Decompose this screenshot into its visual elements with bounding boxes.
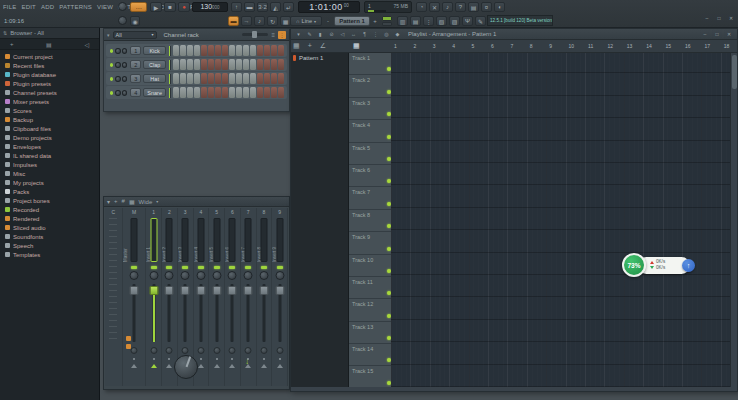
step-cell[interactable] <box>180 87 186 98</box>
browser-item-rendered[interactable]: Rendered <box>0 214 99 223</box>
shuffle-knob[interactable]: ◉ <box>130 16 140 26</box>
step-cell[interactable] <box>250 73 256 84</box>
fader-handle[interactable] <box>259 286 268 295</box>
channel-volume-knob[interactable] <box>122 62 127 68</box>
browser-item-plugin-database[interactable]: Plugin database <box>0 70 99 79</box>
main-pitch-knob[interactable] <box>118 16 127 25</box>
step-cell[interactable] <box>236 59 242 70</box>
step-edit-icon[interactable]: ♪ <box>254 16 265 26</box>
menu-arrow-icon[interactable]: ▾ <box>107 198 110 205</box>
overlay-action-button[interactable]: ↑ <box>682 259 695 272</box>
stereo-sep-knob[interactable] <box>245 347 252 354</box>
channel-select-button[interactable]: 2 <box>130 60 141 69</box>
menu-view[interactable]: VIEW <box>97 4 113 10</box>
playlist-track-track-15[interactable]: Track 15 <box>349 366 391 387</box>
pattern-minus-button[interactable]: - <box>324 16 332 26</box>
step-cell[interactable] <box>222 87 228 98</box>
step-cell[interactable] <box>278 45 284 56</box>
channel-pan-knob[interactable] <box>115 76 120 82</box>
playlist-track-track-14[interactable]: Track 14 <box>349 344 391 366</box>
step-cell[interactable] <box>271 45 277 56</box>
slice-tool-icon[interactable]: ¶ <box>360 30 369 38</box>
file-icon[interactable]: ▤ <box>46 41 52 48</box>
audio-target-icon[interactable] <box>131 364 137 368</box>
step-cell[interactable] <box>208 73 214 84</box>
strip-mute-led[interactable] <box>166 266 172 269</box>
step-cell[interactable] <box>264 45 270 56</box>
minimize-button[interactable]: – <box>702 14 712 22</box>
channel-mute-led[interactable] <box>110 77 113 81</box>
grid-icon[interactable]: ▦ <box>293 42 300 50</box>
mixer-strip-insert-5[interactable]: 5Insert 5 <box>209 208 225 386</box>
channel-rack-icon[interactable]: ⋮ <box>423 16 434 26</box>
stereo-sep-knob[interactable] <box>229 347 236 354</box>
step-record-icon[interactable]: ↑ <box>231 2 242 12</box>
step-cell[interactable] <box>264 87 270 98</box>
browser-item-channel-presets[interactable]: Channel presets <box>0 88 99 97</box>
strip-pan-knob[interactable] <box>196 271 205 280</box>
strip-pan-knob[interactable] <box>228 271 237 280</box>
mixer-strip-insert-6[interactable]: 6Insert 6 <box>225 208 241 386</box>
close-button[interactable]: ✕ <box>726 14 736 22</box>
menu-arrow-icon[interactable]: ▾ <box>294 30 303 38</box>
detach-icon[interactable]: + <box>114 198 118 205</box>
fader-handle[interactable] <box>130 286 139 295</box>
channel-filter-dropdown[interactable]: All▾ <box>113 31 157 39</box>
browser-item-demo-projects[interactable]: Demo projects <box>0 133 99 142</box>
step-cell[interactable] <box>243 87 249 98</box>
channel-pan-knob[interactable] <box>115 62 120 68</box>
step-cell[interactable] <box>250 87 256 98</box>
audio-target-icon[interactable] <box>214 364 220 368</box>
fader-handle[interactable] <box>244 286 253 295</box>
strip-mute-led[interactable] <box>229 266 235 269</box>
fx-slot-icon[interactable] <box>126 344 131 349</box>
channel-pan-knob[interactable] <box>115 48 120 54</box>
strip-pan-knob[interactable] <box>275 271 284 280</box>
typing-to-piano-icon[interactable]: ▬ <box>228 16 239 26</box>
strip-pan-knob[interactable] <box>165 271 174 280</box>
strip-pan-knob[interactable] <box>212 271 221 280</box>
step-cell[interactable] <box>222 59 228 70</box>
step-cell[interactable] <box>187 59 193 70</box>
mic-icon[interactable]: ♪ <box>442 2 453 12</box>
channel-select-button[interactable]: 3 <box>130 74 141 83</box>
stereo-sep-knob[interactable] <box>197 347 204 354</box>
step-cell[interactable] <box>201 45 207 56</box>
scrollbar-handle[interactable] <box>732 55 737 89</box>
playlist-track-track-11[interactable]: Track 11 <box>349 277 391 299</box>
step-cell[interactable] <box>257 73 263 84</box>
step-cell[interactable] <box>229 59 235 70</box>
channel-name-button[interactable]: Snare <box>143 88 166 97</box>
stereo-sep-knob[interactable] <box>166 347 173 354</box>
strip-pan-knob[interactable] <box>259 271 268 280</box>
playlist-track-track-6[interactable]: Track 6 <box>349 165 391 187</box>
channel-volume-knob[interactable] <box>122 76 127 82</box>
menu-edit[interactable]: EDIT <box>21 4 35 10</box>
channel-volume-knob[interactable] <box>122 90 127 96</box>
step-cell[interactable] <box>187 45 193 56</box>
master-big-knob[interactable] <box>174 355 198 379</box>
metronome-icon[interactable]: ◭ <box>270 2 281 12</box>
step-cell[interactable] <box>187 87 193 98</box>
pattern-plus-button[interactable]: + <box>371 16 379 26</box>
browser-item-plugin-presets[interactable]: Plugin presets <box>0 79 99 88</box>
step-cell[interactable] <box>173 73 179 84</box>
overlay-percent-badge[interactable]: 73% <box>622 253 646 277</box>
strip-mute-led[interactable] <box>151 266 157 269</box>
add-icon[interactable]: + <box>10 41 14 47</box>
graph-editor-icon[interactable]: ≡ <box>271 32 275 38</box>
step-cell[interactable] <box>278 87 284 98</box>
mixer-view-label[interactable]: Wide <box>139 199 153 205</box>
bpm-display[interactable]: 130000 <box>192 2 228 12</box>
mixer-strip-master[interactable]: MMaster <box>123 208 147 386</box>
mixer-strip-current[interactable]: C <box>105 208 123 386</box>
mixer-strip-insert-9[interactable]: 9Insert 9 <box>272 208 288 386</box>
step-cell[interactable] <box>194 87 200 98</box>
menu-file[interactable]: FILE <box>3 4 16 10</box>
tempo-tap-pad[interactable]: ⋯ <box>130 2 147 12</box>
playlist-grid[interactable] <box>391 53 730 387</box>
select-tool-icon[interactable]: ⋮ <box>371 30 380 38</box>
mixer-strip-insert-8[interactable]: 8Insert 8 <box>257 208 273 386</box>
playlist-track-track-12[interactable]: Track 12 <box>349 299 391 321</box>
step-cell[interactable] <box>208 45 214 56</box>
